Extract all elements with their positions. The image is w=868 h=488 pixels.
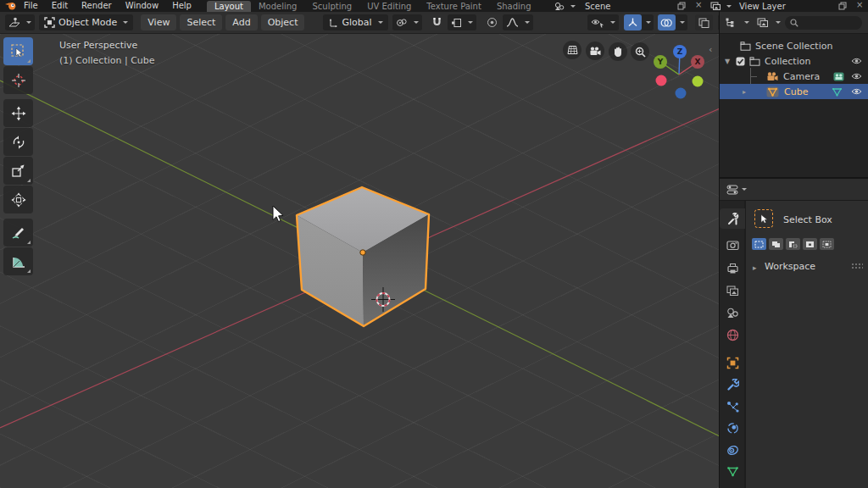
outliner-item-label[interactable]: Scene Collection [755, 41, 832, 52]
show-overlays-toggle[interactable] [658, 14, 676, 30]
properties-editor-icon[interactable] [726, 185, 739, 195]
panel-drag-dots[interactable] [851, 263, 863, 270]
editor-type-button[interactable] [5, 14, 35, 30]
scene-copy-icon[interactable] [677, 2, 686, 10]
select-mode-subtract[interactable] [786, 238, 800, 250]
orthographic-grid-button[interactable] [563, 41, 581, 59]
tab-world[interactable] [720, 324, 745, 345]
gizmo-axis-y[interactable]: Y [654, 55, 667, 69]
select-mode-set[interactable] [752, 238, 766, 250]
snap-with-dropdown[interactable] [448, 14, 476, 30]
tab-render[interactable] [720, 235, 745, 255]
region-collapse-arrow[interactable]: ‹ [709, 44, 712, 55]
expand-arrow-icon[interactable]: ▸ [740, 88, 748, 96]
view-layer-name[interactable]: View Layer [739, 2, 786, 11]
view-layer-copy-icon[interactable] [838, 2, 847, 10]
object-visibility-dropdown[interactable] [587, 14, 619, 30]
tool-select-box[interactable] [3, 37, 33, 65]
tool-move[interactable] [3, 99, 33, 127]
scene-name[interactable]: Scene [585, 2, 611, 11]
viewport-3d[interactable]: Z Y X User Perspective (1) Collection | … [0, 34, 720, 488]
overlays-dropdown[interactable] [676, 14, 687, 30]
menu-add[interactable]: Add [225, 14, 257, 30]
tab-layout[interactable]: Layout [207, 1, 251, 12]
tool-transform[interactable] [3, 186, 33, 214]
outliner-item-label[interactable]: Collection [765, 56, 810, 67]
show-gizmos-toggle[interactable] [624, 14, 642, 30]
proportional-editing-toggle[interactable] [483, 14, 501, 30]
tab-scene[interactable] [720, 302, 745, 323]
outliner-row-collection[interactable]: ▼ Collection [720, 53, 868, 69]
outliner-filter-icon[interactable] [757, 18, 769, 28]
camera-data-icon[interactable] [833, 72, 844, 81]
menu-view[interactable]: View [141, 14, 176, 30]
expand-arrow-icon[interactable]: ▼ [723, 58, 732, 65]
tool-scale[interactable] [3, 157, 33, 185]
pivot-point-dropdown[interactable] [392, 14, 422, 30]
cube-object[interactable] [297, 187, 429, 326]
tab-uv-editing[interactable]: UV Editing [359, 1, 419, 12]
tab-modeling[interactable]: Modeling [251, 1, 305, 12]
transform-orientation-dropdown[interactable]: Global [323, 14, 387, 30]
tool-measure[interactable] [3, 247, 33, 275]
scene-selector[interactable]: Scene [554, 0, 611, 12]
menu-window[interactable]: Window [119, 0, 165, 12]
gizmo-axis-z-neg[interactable] [676, 88, 687, 99]
tab-shading[interactable]: Shading [489, 1, 539, 12]
outliner-search-input[interactable] [785, 16, 862, 30]
select-mode-extend[interactable] [769, 238, 783, 250]
select-mode-invert[interactable] [803, 238, 817, 250]
gizmo-axis-z[interactable]: Z [673, 45, 687, 58]
menu-render[interactable]: Render [75, 0, 119, 12]
select-mode-intersect[interactable] [820, 238, 834, 250]
zoom-view-button[interactable] [631, 42, 649, 61]
workspace-section-header[interactable]: Workspace [765, 261, 815, 272]
mode-dropdown[interactable]: Object Mode [39, 14, 133, 30]
tool-annotate[interactable] [3, 219, 33, 247]
menu-file[interactable]: File [17, 0, 45, 12]
tab-view-layer[interactable] [720, 280, 745, 301]
tool-cursor[interactable] [3, 66, 33, 94]
outliner-item-label[interactable]: Cube [784, 86, 808, 97]
tab-output[interactable] [720, 258, 745, 279]
gizmo-axis-x-neg[interactable] [656, 75, 667, 86]
menu-select[interactable]: Select [180, 14, 222, 30]
outliner-item-label[interactable]: Camera [783, 71, 820, 82]
tab-material[interactable] [720, 483, 745, 488]
gizmo-axis-x[interactable]: X [691, 55, 704, 69]
menu-help[interactable]: Help [165, 0, 198, 12]
outliner-row-scene-collection[interactable]: Scene Collection [720, 38, 868, 53]
eye-icon[interactable] [851, 72, 862, 80]
view-layer-selector[interactable]: View Layer [710, 0, 786, 12]
tab-physics[interactable] [720, 418, 745, 438]
mesh-data-icon[interactable] [832, 87, 843, 97]
outliner-row-camera[interactable]: Camera [720, 69, 868, 84]
eye-icon[interactable] [851, 57, 862, 65]
proportional-falloff-dropdown[interactable] [503, 14, 533, 30]
outliner-display-mode-icon[interactable] [726, 18, 737, 28]
blender-logo[interactable] [4, 1, 17, 11]
scene-close-icon[interactable]: × [695, 0, 702, 9]
tab-object[interactable] [720, 352, 745, 373]
eye-icon[interactable] [851, 87, 862, 96]
menu-edit[interactable]: Edit [45, 0, 75, 12]
menu-object[interactable]: Object [261, 14, 305, 30]
tab-constraints[interactable] [720, 440, 745, 460]
pan-view-button[interactable] [609, 42, 627, 61]
navigation-gizmo[interactable]: Z Y X [654, 45, 704, 99]
tab-object-data[interactable] [720, 461, 745, 481]
gizmo-axis-y-neg[interactable] [693, 76, 704, 87]
xray-toggle[interactable] [695, 14, 713, 30]
tab-tool[interactable] [720, 208, 745, 229]
outliner-row-cube[interactable]: ▸ Cube [720, 84, 868, 99]
view-layer-close-icon[interactable]: × [856, 0, 863, 9]
camera-view-button[interactable] [586, 42, 604, 60]
snap-toggle[interactable] [428, 14, 446, 30]
gizmos-dropdown[interactable] [642, 14, 654, 30]
tool-rotate[interactable] [3, 128, 33, 156]
collection-checkbox[interactable] [736, 57, 745, 66]
tab-particles[interactable] [720, 396, 745, 417]
workspace-expand-arrow[interactable]: ▸ [753, 263, 757, 272]
tab-modifiers[interactable] [720, 374, 745, 395]
tab-texture-paint[interactable]: Texture Paint [419, 1, 489, 12]
